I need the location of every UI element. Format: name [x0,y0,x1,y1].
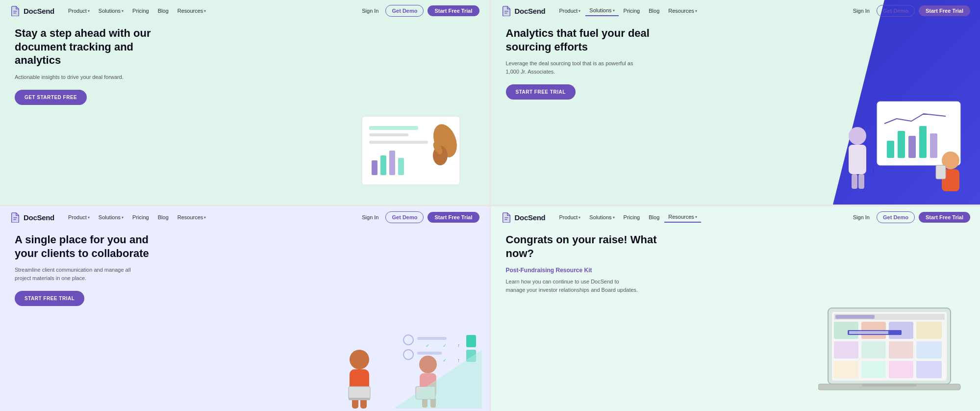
svg-rect-64 [916,322,942,339]
svg-rect-18 [908,136,916,158]
subtext-1: Actionable insights to drive your deal f… [15,73,147,81]
cta-btn-3[interactable]: START FREE TRIAL [15,291,84,306]
svg-rect-48 [349,398,370,400]
svg-rect-72 [916,361,942,378]
nav-solutions-4[interactable]: Solutions▾ [585,212,618,222]
svg-rect-34 [417,352,442,355]
signin-btn-3[interactable]: Sign In [359,212,381,222]
nav-solutions-2[interactable]: Solutions▾ [585,5,618,16]
nav-product-1[interactable]: Product▾ [64,6,94,16]
svg-text:✓: ✓ [443,358,447,363]
nav-solutions-3[interactable]: Solutions▾ [95,212,127,222]
nav-blog-4[interactable]: Blog [645,212,663,222]
heading-1: Stay a step ahead with our document trac… [15,26,172,67]
svg-point-33 [403,350,413,360]
sublabel-4: Post-Fundraising Resource Kit [506,266,638,275]
subtext-3: Streamline client communication and mana… [15,266,147,282]
signin-btn-4[interactable]: Sign In [850,212,873,222]
cta-btn-1[interactable]: GET STARTED FREE [15,90,87,105]
svg-text:✓: ✓ [443,343,447,348]
svg-rect-76 [849,331,888,334]
nav-resources-3[interactable]: Resources▾ [174,212,210,222]
svg-rect-6 [372,160,377,175]
illustration-1 [332,102,475,195]
panel-3: DocSend Product▾ Solutions▾ Pricing Blog… [0,206,489,411]
subtext-4: Learn how you can continue to use DocSen… [506,278,638,294]
nav-resources-2[interactable]: Resources▾ [664,6,701,16]
svg-rect-7 [380,155,386,175]
logo-text-4: DocSend [515,213,546,222]
nav-pricing-1[interactable]: Pricing [128,6,153,16]
logo-1[interactable]: DocSend [10,5,54,16]
nav-product-2[interactable]: Product▾ [555,6,584,16]
panel-body-4: Congrats on your raise! What now? Post-F… [491,228,980,312]
cta-btn-2[interactable]: START FREE TRIAL [506,84,576,100]
svg-text:↑: ↑ [457,343,460,348]
signin-btn-2[interactable]: Sign In [850,6,873,16]
svg-rect-23 [852,174,857,189]
logo-3[interactable]: DocSend [10,212,54,223]
panel-4: DocSend Product▾ Solutions▾ Pricing Blog… [491,206,980,411]
nav-solutions-1[interactable]: Solutions▾ [95,6,127,16]
svg-rect-3 [369,126,418,130]
svg-rect-69 [834,361,858,378]
nav-resources-1[interactable]: Resources▾ [174,6,210,16]
nav-links-3: Product▾ Solutions▾ Pricing Blog Resourc… [64,212,359,222]
heading-4: Congrats on your raise! What now? [506,233,663,260]
nav-blog-1[interactable]: Blog [154,6,173,16]
svg-rect-41 [466,335,476,347]
svg-rect-22 [849,145,866,174]
nav-links-1: Product▾ Solutions▾ Pricing Blog Resourc… [64,6,359,16]
heading-2: Analytics that fuel your deal sourcing e… [506,26,663,53]
panel-body-2: Analytics that fuel your deal sourcing e… [491,22,980,109]
heading-3: A single place for you and your clients … [15,233,172,260]
nav-blog-3[interactable]: Blog [154,212,173,222]
trial-btn-2[interactable]: Start Free Trial [919,5,970,16]
nav-links-2: Product▾ Solutions▾ Pricing Blog Resourc… [555,5,850,16]
nav-1: DocSend Product▾ Solutions▾ Pricing Blog… [0,0,489,22]
svg-rect-4 [369,133,408,136]
svg-rect-20 [930,133,937,158]
nav-pricing-4[interactable]: Pricing [620,212,644,222]
logo-4[interactable]: DocSend [501,212,546,223]
nav-resources-4[interactable]: Resources▾ [664,212,701,223]
svg-rect-68 [916,341,942,359]
nav-pricing-3[interactable]: Pricing [128,212,153,222]
nav-links-4: Product▾ Solutions▾ Pricing Blog Resourc… [555,212,850,223]
demo-btn-3[interactable]: Get Demo [385,211,424,223]
demo-btn-2[interactable]: Get Demo [877,5,915,17]
nav-pricing-2[interactable]: Pricing [620,6,644,16]
svg-rect-24 [858,174,864,189]
svg-point-49 [419,356,437,373]
svg-rect-8 [389,151,395,175]
nav-product-3[interactable]: Product▾ [64,212,94,222]
svg-text:↑: ↑ [457,358,460,363]
illustration-4 [818,303,965,401]
svg-rect-60 [835,315,875,319]
svg-rect-17 [898,131,905,158]
panel-2: DocSend Product▾ Solutions▾ Pricing Blog… [491,0,980,205]
svg-rect-5 [369,141,428,144]
svg-rect-71 [889,361,913,378]
trial-btn-3[interactable]: Start Free Trial [427,212,479,223]
svg-rect-66 [861,341,886,359]
demo-btn-1[interactable]: Get Demo [385,5,424,17]
illustration-3: ✓ ✓ ↑ ✓ ✓ ↑ [330,301,482,409]
svg-rect-32 [417,337,447,340]
svg-point-43 [350,350,369,369]
trial-btn-4[interactable]: Start Free Trial [919,212,970,223]
logo-text-3: DocSend [24,213,54,222]
logo-2[interactable]: DocSend [501,5,546,16]
svg-rect-65 [834,341,858,359]
demo-btn-4[interactable]: Get Demo [877,211,915,223]
nav-actions-2: Sign In Get Demo Start Free Trial [850,5,970,17]
nav-actions-1: Sign In Get Demo Start Free Trial [359,5,479,17]
svg-rect-74 [862,384,916,386]
nav-blog-2[interactable]: Blog [645,6,663,16]
nav-product-4[interactable]: Product▾ [555,212,584,222]
nav-actions-4: Sign In Get Demo Start Free Trial [850,211,970,223]
trial-btn-1[interactable]: Start Free Trial [427,5,479,16]
nav-3: DocSend Product▾ Solutions▾ Pricing Blog… [0,206,489,228]
signin-btn-1[interactable]: Sign In [359,6,381,16]
svg-rect-9 [398,158,404,175]
